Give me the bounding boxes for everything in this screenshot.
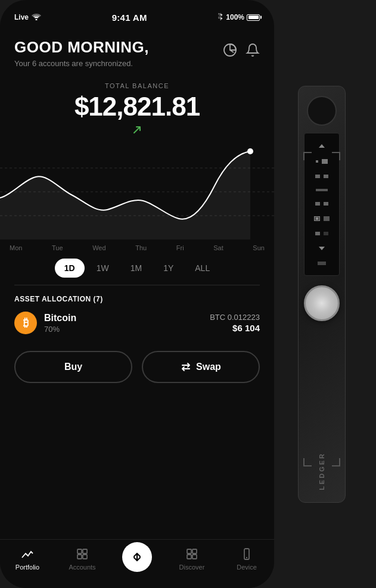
asset-allocation-section: ASSET ALLOCATION (7) ₿ Bitcoin 70% BTC 0…	[0, 285, 274, 344]
period-1d-button[interactable]: 1D	[55, 259, 85, 278]
svg-rect-9	[77, 555, 82, 559]
price-chart: Mon Tue Wed Thu Fri Sat Sun	[0, 144, 274, 251]
period-1y-button[interactable]: 1Y	[154, 259, 183, 278]
svg-rect-10	[83, 555, 87, 559]
day-sat: Sat	[213, 244, 223, 251]
battery-percent: 100%	[226, 13, 244, 21]
status-time: 9:41 AM	[112, 13, 147, 23]
portfolio-nav-icon	[20, 547, 35, 561]
svg-rect-11	[187, 549, 191, 553]
status-bar: Live 9:41 AM 100%	[0, 0, 274, 26]
day-tue: Tue	[52, 244, 63, 251]
portfolio-icon[interactable]	[223, 43, 237, 57]
nav-accounts[interactable]: Accounts	[55, 545, 110, 571]
device-body: LEDGER	[298, 86, 346, 503]
chart-day-labels: Mon Tue Wed Thu Fri Sat Sun	[0, 242, 274, 254]
wifi-icon	[32, 13, 41, 21]
subtitle-text: Your 6 accounts are synchronized.	[14, 59, 260, 68]
balance-amount: $12,821.81	[14, 92, 260, 122]
status-right: 100%	[217, 13, 260, 23]
nav-portfolio[interactable]: Portfolio	[0, 545, 55, 571]
period-1m-button[interactable]: 1M	[121, 259, 151, 278]
bitcoin-icon: ₿	[14, 312, 37, 334]
swap-label: Swap	[196, 362, 221, 372]
bitcoin-values: BTC 0.012223 $6 104	[210, 313, 260, 333]
svg-point-0	[36, 19, 38, 21]
device-nav-label: Device	[237, 564, 257, 571]
portfolio-nav-label: Portfolio	[15, 564, 39, 571]
svg-rect-7	[77, 549, 82, 553]
swap-icon	[181, 362, 191, 372]
balance-change	[132, 125, 142, 135]
header-actions	[223, 43, 260, 57]
discover-nav-icon	[185, 547, 199, 561]
bitcoin-crypto: BTC 0.012223	[210, 313, 260, 322]
swap-button[interactable]: Swap	[142, 351, 260, 383]
bottom-navigation: Portfolio Accounts	[0, 539, 274, 588]
svg-rect-12	[192, 549, 197, 553]
device-down-arrow	[318, 246, 325, 251]
period-1w-button[interactable]: 1W	[87, 259, 119, 278]
bitcoin-fiat: $6 104	[210, 323, 260, 333]
svg-rect-8	[83, 549, 87, 553]
asset-title: ASSET ALLOCATION (7)	[14, 295, 260, 303]
ledger-hardware-device: LEDGER	[274, 0, 369, 588]
chart-svg	[0, 144, 274, 239]
day-thu: Thu	[135, 244, 147, 251]
buy-button[interactable]: Buy	[14, 351, 132, 383]
bitcoin-info: Bitcoin 70%	[44, 313, 203, 334]
period-all-button[interactable]: ALL	[185, 259, 219, 278]
chart-end-dot	[247, 148, 253, 154]
device-branding: LEDGER	[318, 321, 325, 502]
device-camera	[307, 96, 337, 126]
day-wed: Wed	[92, 244, 105, 251]
time-period-controls: 1D 1W 1M 1Y ALL	[0, 251, 274, 285]
action-buttons: Buy Swap	[0, 344, 274, 390]
accounts-nav-label: Accounts	[69, 564, 95, 571]
device-button[interactable]	[304, 285, 340, 321]
day-mon: Mon	[10, 244, 22, 251]
ledger-brand-text: LEDGER	[318, 452, 325, 490]
bluetooth-icon	[217, 13, 223, 23]
balance-section: TOTAL BALANCE $12,821.81	[0, 68, 274, 137]
phone-screen: Live 9:41 AM 100%	[0, 0, 274, 588]
day-fri: Fri	[176, 244, 184, 251]
transfer-icon	[130, 550, 144, 564]
bitcoin-percent: 70%	[44, 325, 203, 334]
nav-discover[interactable]: Discover	[164, 545, 219, 571]
device-nav-icon	[240, 547, 254, 561]
device-up-arrow	[318, 144, 325, 148]
battery-icon	[247, 14, 260, 21]
svg-rect-14	[192, 555, 197, 559]
day-sun: Sun	[253, 244, 265, 251]
balance-label: TOTAL BALANCE	[14, 82, 260, 89]
status-left: Live	[14, 13, 41, 21]
bitcoin-name: Bitcoin	[44, 313, 203, 323]
notification-icon[interactable]	[246, 43, 260, 57]
trend-arrow-icon	[132, 125, 142, 135]
bitcoin-asset-item[interactable]: ₿ Bitcoin 70% BTC 0.012223 $6 104	[14, 312, 260, 334]
transfer-fab-button[interactable]	[122, 542, 152, 572]
device-screen	[304, 133, 340, 276]
nav-device[interactable]: Device	[219, 545, 274, 571]
svg-rect-13	[187, 555, 191, 559]
discover-nav-label: Discover	[179, 564, 205, 571]
accounts-nav-icon	[75, 547, 89, 561]
nav-transfer-center	[110, 545, 164, 572]
carrier-text: Live	[14, 13, 29, 21]
